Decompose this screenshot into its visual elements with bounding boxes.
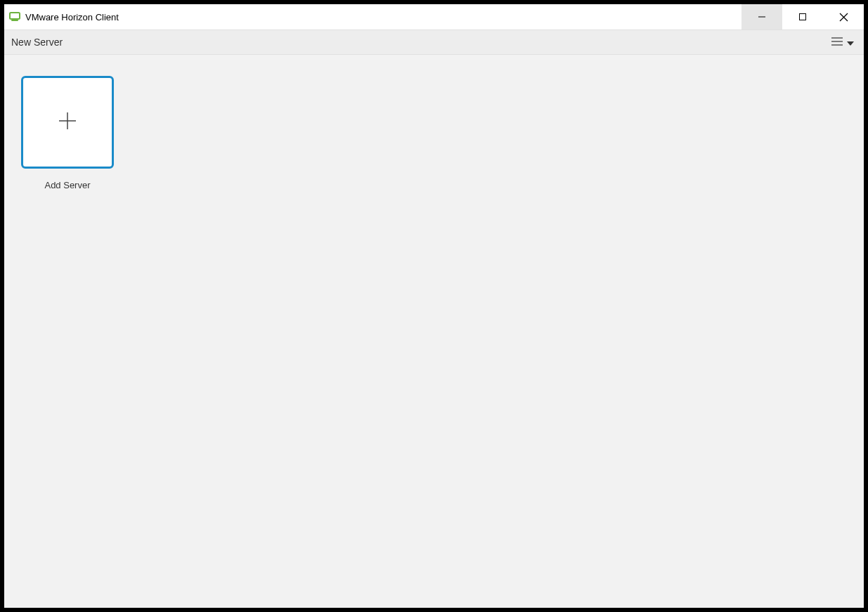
new-server-button[interactable]: New Server: [11, 37, 63, 48]
svg-marker-9: [847, 41, 854, 46]
chevron-down-icon: [847, 36, 854, 48]
close-button[interactable]: [823, 4, 864, 30]
plus-icon: [58, 111, 77, 134]
svg-rect-1: [11, 20, 18, 21]
window-frame: VMware Horizon Client New Server: [4, 4, 864, 608]
window-controls: [741, 4, 864, 30]
vmware-horizon-icon: [8, 11, 21, 23]
hamburger-icon: [831, 36, 843, 48]
add-server-tile-box: [21, 76, 114, 169]
content-area: Add Server: [4, 55, 864, 608]
toolbar: New Server: [4, 30, 864, 55]
titlebar[interactable]: VMware Horizon Client: [4, 4, 864, 30]
settings-menu-button[interactable]: [831, 36, 857, 48]
svg-rect-3: [800, 14, 806, 20]
add-server-label: Add Server: [44, 180, 90, 190]
maximize-button[interactable]: [782, 4, 823, 30]
svg-rect-0: [10, 13, 20, 19]
minimize-button[interactable]: [741, 4, 782, 30]
titlebar-left: VMware Horizon Client: [8, 11, 119, 23]
app-title: VMware Horizon Client: [25, 12, 119, 22]
add-server-tile[interactable]: Add Server: [21, 76, 114, 190]
